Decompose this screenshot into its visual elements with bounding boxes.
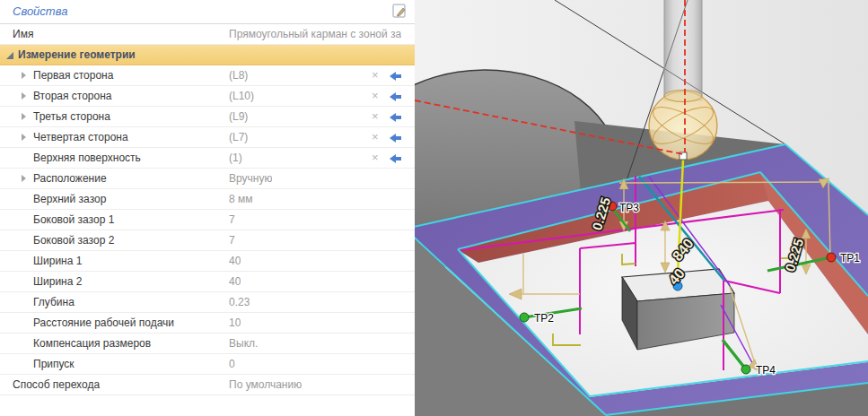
properties-panel: Свойства Имя Прямоугольный карман с зоно…: [0, 0, 415, 416]
label-tp4: TP4: [756, 364, 776, 377]
property-value[interactable]: 40: [229, 275, 241, 288]
row-top-clearance[interactable]: Верхний зазор 8 мм: [0, 189, 415, 210]
property-value[interactable]: 0: [229, 358, 235, 370]
pick-arrow-icon[interactable]: [390, 154, 401, 163]
property-label: Верхний зазор: [33, 193, 106, 205]
row-size-compensation[interactable]: Компенсация размеров Выкл.: [0, 334, 415, 354]
property-label: Третья сторона: [33, 110, 110, 123]
property-label: Боковой зазор 1: [33, 213, 114, 226]
application-window: Свойства Имя Прямоугольный карман с зоно…: [0, 0, 868, 416]
row-location[interactable]: Расположение Вручную: [0, 169, 415, 189]
clear-icon[interactable]: ×: [372, 151, 379, 165]
property-value[interactable]: (L8): [229, 69, 248, 82]
row-feed-distance[interactable]: Расстояние рабочей подачи 10: [0, 313, 415, 334]
property-label: Имя: [13, 28, 33, 40]
pick-arrow-icon[interactable]: [390, 72, 401, 81]
property-label: Расстояние рабочей подачи: [33, 316, 174, 329]
row-width-2[interactable]: Ширина 2 40: [0, 272, 415, 292]
property-label: Верхняя поверхность: [33, 152, 141, 164]
property-value[interactable]: Прямоугольный карман с зоной за: [229, 28, 401, 40]
clear-icon[interactable]: ×: [372, 68, 379, 82]
property-label: Первая сторона: [33, 69, 113, 82]
property-value[interactable]: 7: [229, 213, 235, 226]
clear-icon[interactable]: ×: [372, 130, 379, 144]
row-transition-method[interactable]: Способ перехода По умолчанию: [0, 375, 415, 395]
section-label: Измерение геометрии: [18, 48, 136, 61]
pick-arrow-icon[interactable]: [390, 92, 401, 101]
property-label: Вторая сторона: [33, 90, 112, 102]
row-width-1[interactable]: Ширина 1 40: [0, 251, 415, 272]
property-value[interactable]: 8 мм: [229, 193, 253, 205]
property-label: Глубина: [33, 296, 75, 308]
property-rows: Имя Прямоугольный карман с зоной за Изме…: [0, 24, 415, 395]
row-third-side[interactable]: Третья сторона (L9) ×: [0, 107, 415, 127]
row-second-side[interactable]: Вторая сторона (L10) ×: [0, 86, 415, 107]
row-side-clearance-2[interactable]: Боковой зазор 2 7: [0, 230, 415, 251]
expand-icon[interactable]: [22, 92, 26, 100]
section-geometry-measurement[interactable]: Измерение геометрии: [0, 45, 415, 65]
expand-icon[interactable]: [22, 113, 26, 120]
property-label: Ширина 1: [33, 255, 82, 267]
label-tp1: TP1: [840, 252, 860, 264]
pick-arrow-icon[interactable]: [390, 113, 401, 122]
row-side-clearance-1[interactable]: Боковой зазор 1 7: [0, 210, 415, 230]
row-top-surface[interactable]: Верхняя поверхность (1) ×: [0, 148, 415, 169]
property-value[interactable]: 40: [229, 255, 241, 267]
expand-icon[interactable]: [22, 175, 26, 182]
row-fourth-side[interactable]: Четвертая сторона (L7) ×: [0, 127, 415, 148]
property-label: Припуск: [33, 358, 75, 370]
property-label: Способ перехода: [13, 378, 100, 391]
property-value[interactable]: По умолчанию: [229, 378, 302, 391]
collapse-icon[interactable]: [6, 52, 13, 59]
expand-icon[interactable]: [22, 72, 26, 79]
property-label: Боковой зазор 2: [33, 234, 114, 247]
property-label: Расположение: [33, 172, 107, 185]
clear-icon[interactable]: ×: [372, 89, 379, 103]
property-value[interactable]: (L10): [229, 90, 254, 102]
property-value[interactable]: (L9): [229, 110, 248, 123]
row-stock-allowance[interactable]: Припуск 0: [0, 354, 415, 375]
tool-shank: [664, 0, 702, 101]
touch-point-tp4[interactable]: [741, 365, 750, 374]
panel-title-bar: Свойства: [0, 0, 415, 24]
property-label: Ширина 2: [33, 275, 82, 288]
property-value[interactable]: Выкл.: [229, 337, 258, 350]
property-value[interactable]: 10: [229, 316, 241, 329]
label-tp3: TP3: [619, 202, 639, 214]
property-value[interactable]: (L7): [229, 131, 248, 143]
property-label: Компенсация размеров: [33, 337, 151, 350]
property-value[interactable]: (1): [229, 152, 242, 164]
edit-icon[interactable]: [391, 3, 408, 19]
property-value[interactable]: 0.23: [229, 296, 250, 308]
panel-title: Свойства: [13, 4, 67, 18]
row-depth[interactable]: Глубина 0.23: [0, 292, 415, 313]
property-value[interactable]: Вручную: [229, 172, 272, 185]
touch-point-tp2[interactable]: [520, 313, 529, 322]
clear-icon[interactable]: ×: [372, 109, 379, 124]
property-value[interactable]: 7: [229, 234, 235, 247]
label-tp2: TP2: [534, 312, 554, 325]
pick-arrow-icon[interactable]: [390, 134, 401, 143]
touch-point-tp1[interactable]: [827, 253, 836, 262]
viewport-3d[interactable]: TP3 TP1 TP2 TP4 0.225 0.225 840 40: [415, 0, 868, 416]
row-first-side[interactable]: Первая сторона (L8) ×: [0, 65, 415, 86]
property-label: Четвертая сторона: [33, 131, 128, 143]
row-name[interactable]: Имя Прямоугольный карман с зоной за: [0, 24, 415, 45]
expand-icon[interactable]: [22, 134, 26, 141]
